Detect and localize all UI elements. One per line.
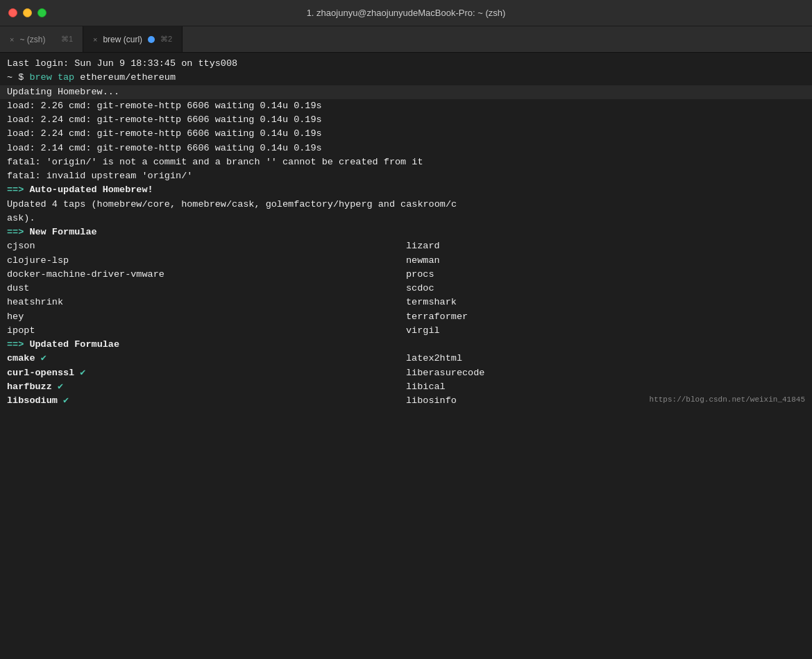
traffic-lights (8, 8, 46, 17)
tab-shortcut: ⌘1 (61, 35, 73, 44)
formula-clojure-lsp: clojure-lsp (7, 254, 406, 268)
prompt-line: ~ $ brew tap ethereum/ethereum (7, 71, 805, 85)
close-button[interactable] (8, 8, 17, 17)
tabbar: × ~ (zsh) ⌘1 × brew (curl) ⌘2 (0, 26, 812, 53)
formula-heatshrink: heatshrink (7, 296, 406, 309)
load-line-4: load: 2.14 cmd: git-remote-http 6606 wai… (7, 142, 805, 155)
updated-formulae-left: cmake ✔ curl-openssl ✔ harfbuzz ✔ libsod… (7, 352, 406, 408)
formula-liberasurecode: liberasurecode (406, 366, 805, 380)
formula-libosinfo: libosinfo https://blog.csdn.net/weixin_4… (406, 394, 805, 408)
load-line-2: load: 2.24 cmd: git-remote-http 6606 wai… (7, 113, 805, 127)
tab-label: ~ (zsh) (19, 35, 45, 44)
formula-lizard: lizard (406, 239, 805, 253)
formula-cjson: cjson (7, 239, 406, 253)
updated-taps-line: Updated 4 taps (homebrew/core, homebrew/… (7, 198, 805, 212)
new-formulae-left: cjson clojure-lsp docker-machine-driver-… (7, 239, 406, 338)
tab-shortcut-2: ⌘2 (160, 35, 172, 44)
tab-close-icon[interactable]: × (10, 35, 14, 44)
updating-line: Updating Homebrew... (0, 85, 812, 99)
minimize-button[interactable] (23, 8, 32, 17)
formula-libsodium: libsodium ✔ (7, 394, 406, 408)
tab-active-dot (148, 36, 155, 43)
fatal-line-2: fatal: invalid upstream 'origin/' (7, 169, 805, 183)
tab-brew[interactable]: × brew (curl) ⌘2 (83, 26, 183, 52)
formula-newman: newman (406, 254, 805, 268)
formula-cmake: cmake ✔ (7, 352, 406, 366)
formula-virgil: virgil (406, 324, 805, 338)
load-line-3: load: 2.24 cmd: git-remote-http 6606 wai… (7, 127, 805, 141)
terminal-content[interactable]: Last login: Sun Jun 9 18:33:45 on ttys00… (0, 53, 812, 659)
formula-termshark: termshark (406, 296, 805, 309)
formula-ipopt: ipopt (7, 324, 406, 338)
titlebar: 1. zhaojunyu@zhaojunyudeMacBook-Pro: ~ (… (0, 0, 812, 26)
window-title: 1. zhaojunyu@zhaojunyudeMacBook-Pro: ~ (… (307, 8, 506, 18)
formula-docker: docker-machine-driver-vmware (7, 268, 406, 282)
formula-curl-openssl: curl-openssl ✔ (7, 366, 406, 380)
formula-scdoc: scdoc (406, 282, 805, 296)
formula-hey: hey (7, 310, 406, 324)
formula-libical: libical (406, 380, 805, 394)
updated-formulae-right: latex2html liberasurecode libical libosi… (406, 352, 805, 408)
updated-taps-line2: ask). (7, 212, 805, 225)
tab-label-2: brew (curl) (103, 35, 142, 44)
formula-dust: dust (7, 282, 406, 296)
new-formulae-right: lizard newman procs scdoc termshark terr… (406, 239, 805, 338)
tab-close-icon-2[interactable]: × (93, 35, 97, 44)
formula-latex2html: latex2html (406, 352, 805, 366)
url-label: https://blog.csdn.net/weixin_41845 (650, 394, 805, 408)
formula-procs: procs (406, 268, 805, 282)
updated-formulae-header: ==> Updated Formulae (7, 338, 805, 352)
auto-updated-line: ==> Auto-updated Homebrew! (7, 183, 805, 197)
new-formulae-header: ==> New Formulae (7, 225, 805, 239)
load-line-1: load: 2.26 cmd: git-remote-http 6606 wai… (7, 99, 805, 113)
login-line: Last login: Sun Jun 9 18:33:45 on ttys00… (7, 57, 805, 71)
fatal-line-1: fatal: 'origin/' is not a commit and a b… (7, 155, 805, 169)
formula-harfbuzz: harfbuzz ✔ (7, 380, 406, 394)
updated-formulae-table: cmake ✔ curl-openssl ✔ harfbuzz ✔ libsod… (7, 352, 805, 408)
formula-terraformer: terraformer (406, 310, 805, 324)
new-formulae-table: cjson clojure-lsp docker-machine-driver-… (7, 239, 805, 338)
tab-zsh[interactable]: × ~ (zsh) ⌘1 (0, 26, 83, 52)
maximize-button[interactable] (37, 8, 46, 17)
